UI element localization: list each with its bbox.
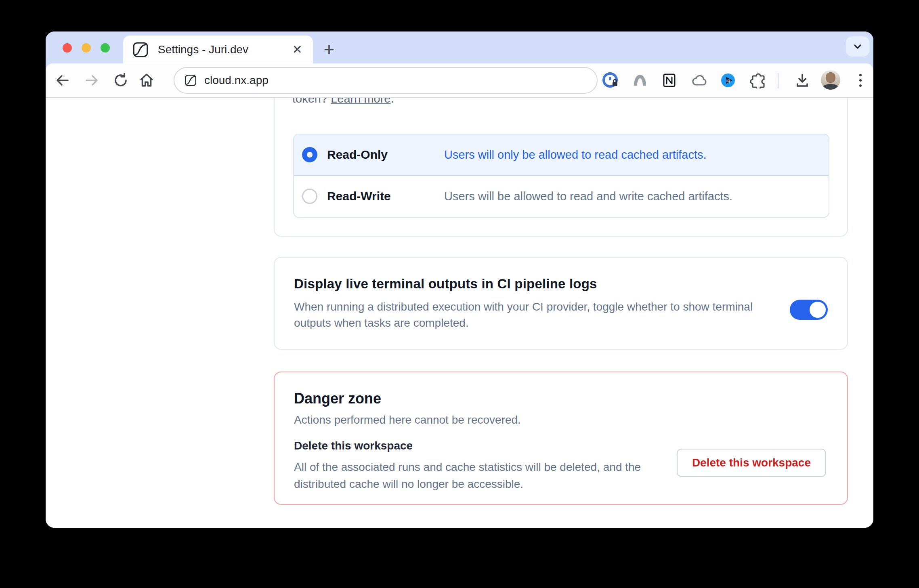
token-text-suffix: . [390, 98, 394, 105]
site-favicon-icon [184, 74, 197, 87]
forward-arrow-icon [84, 72, 100, 88]
extension-nordvpn-button[interactable] [630, 71, 650, 90]
page-content: token? Learn more. Read-Only Users will … [46, 98, 873, 528]
tab-search-chevron-button[interactable] [846, 36, 869, 57]
radio-label: Read-Only [327, 148, 444, 162]
nx-cloud-favicon-icon [132, 41, 149, 58]
extension-notion-button[interactable] [660, 71, 679, 90]
close-window-button[interactable] [63, 43, 72, 52]
download-icon [794, 72, 811, 89]
new-tab-button[interactable]: + [319, 38, 340, 61]
terminal-card-description: When running a distributed execution wit… [294, 299, 785, 331]
notion-icon [661, 72, 678, 88]
back-arrow-icon [55, 72, 71, 88]
browser-toolbar: cloud.nx.app [46, 63, 873, 98]
radio-selected-icon[interactable] [302, 147, 317, 162]
toggle-knob [810, 302, 826, 318]
extension-cloud-button[interactable] [690, 71, 709, 90]
puzzle-icon [750, 72, 766, 88]
forward-button[interactable] [82, 71, 101, 90]
browser-tab[interactable]: Settings - Juri.dev ✕ [123, 36, 313, 63]
back-button[interactable] [53, 71, 72, 90]
1password-icon [602, 72, 619, 89]
home-icon [138, 72, 155, 89]
tab-close-icon[interactable]: ✕ [291, 42, 304, 57]
radio-label: Read-Write [327, 189, 444, 203]
danger-zone-card: Danger zone Actions performed here canno… [274, 372, 848, 505]
extensions-puzzle-button[interactable] [749, 71, 768, 90]
delete-workspace-description: All of the associated runs and cache sta… [294, 459, 678, 493]
minimize-window-button[interactable] [82, 43, 91, 52]
svg-text:IQ: IQ [726, 79, 730, 83]
token-text: token? [292, 98, 331, 105]
radio-description: Users will only be allowed to read cache… [444, 148, 707, 162]
terminal-card-title: Display live terminal outputs in CI pipe… [294, 276, 828, 292]
zoom-window-button[interactable] [101, 43, 110, 52]
extension-iq-button[interactable]: IQ [718, 71, 738, 90]
kebab-dot [859, 74, 862, 76]
delete-workspace-button[interactable]: Delete this workspace [677, 449, 826, 477]
profile-avatar[interactable] [821, 70, 840, 90]
radio-unselected-icon[interactable] [302, 189, 317, 204]
downloads-button[interactable] [793, 71, 812, 90]
traffic-lights [63, 43, 110, 52]
radio-row-read-only[interactable]: Read-Only Users will only be allowed to … [294, 134, 829, 176]
terminal-outputs-card: Display live terminal outputs in CI pipe… [274, 257, 848, 350]
learn-more-link[interactable]: Learn more [331, 98, 390, 105]
nordvpn-icon [632, 72, 648, 88]
iq-play-icon: IQ [720, 72, 736, 89]
danger-zone-title: Danger zone [294, 390, 828, 407]
terminal-outputs-toggle[interactable] [790, 300, 828, 320]
kebab-dot [859, 79, 862, 82]
address-bar[interactable]: cloud.nx.app [174, 67, 598, 94]
chevron-down-icon [852, 40, 864, 52]
danger-zone-subtitle: Actions performed here cannot be recover… [294, 414, 828, 426]
radio-row-read-write[interactable]: Read-Write Users will be allowed to read… [294, 176, 829, 217]
reload-icon [113, 72, 129, 88]
reload-button[interactable] [111, 71, 130, 90]
cloud-icon [691, 72, 708, 89]
access-settings-card: token? Learn more. Read-Only Users will … [274, 98, 848, 237]
token-help-text: token? Learn more. [292, 98, 394, 105]
browser-menu-button[interactable] [852, 71, 869, 90]
url-text: cloud.nx.app [204, 74, 269, 87]
toolbar-divider [778, 73, 778, 88]
extension-1password-button[interactable] [601, 71, 620, 90]
access-level-radio-group: Read-Only Users will only be allowed to … [293, 134, 829, 218]
kebab-dot [859, 84, 862, 87]
browser-window: Settings - Juri.dev ✕ + [46, 32, 873, 528]
tab-title: Settings - Juri.dev [158, 43, 291, 56]
radio-description: Users will be allowed to read and write … [444, 190, 732, 203]
home-button[interactable] [137, 71, 156, 90]
